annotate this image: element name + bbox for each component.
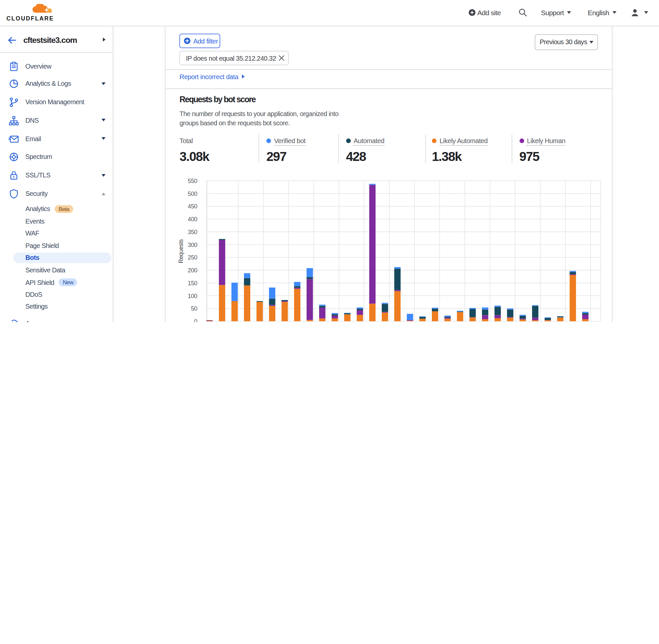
svg-text:550: 550 xyxy=(188,178,197,184)
svg-text:100: 100 xyxy=(188,293,197,299)
svg-text:150: 150 xyxy=(188,280,197,286)
svg-text:0: 0 xyxy=(194,318,197,322)
svg-text:250: 250 xyxy=(188,254,197,261)
svg-text:200: 200 xyxy=(188,267,197,274)
svg-text:450: 450 xyxy=(188,203,197,210)
svg-text:50: 50 xyxy=(191,305,197,312)
svg-text:350: 350 xyxy=(188,229,197,235)
svg-text:Requests: Requests xyxy=(178,239,184,263)
svg-text:400: 400 xyxy=(188,216,197,223)
svg-text:500: 500 xyxy=(188,190,197,197)
svg-text:300: 300 xyxy=(188,242,197,248)
